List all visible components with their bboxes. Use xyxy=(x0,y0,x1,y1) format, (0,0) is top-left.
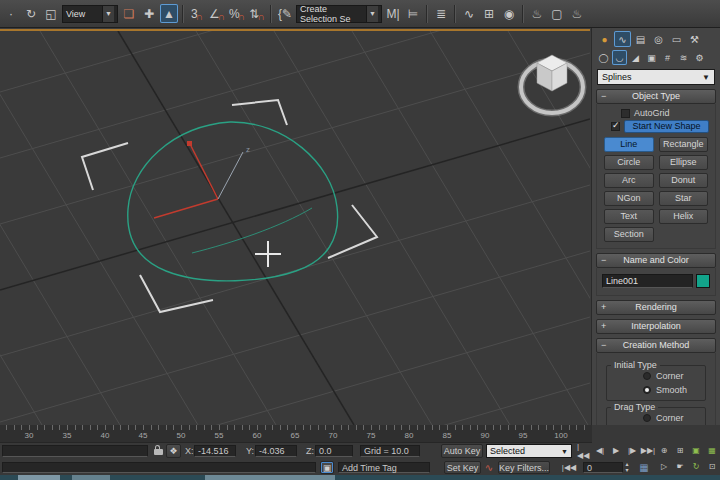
autogrid-checkbox[interactable] xyxy=(621,109,630,118)
material-editor-icon[interactable]: ◉ xyxy=(500,4,518,23)
rendered-frame-window-icon[interactable]: ▢ xyxy=(548,4,566,23)
z-coordinate-field[interactable]: 0.0 xyxy=(315,445,353,457)
frame-tick xyxy=(470,425,471,430)
add-time-tag-field[interactable]: Add Time Tag xyxy=(338,462,430,473)
schematic-view-icon[interactable]: ⊞ xyxy=(480,4,498,23)
object-type-button-arc[interactable]: Arc xyxy=(604,173,654,188)
set-key-button[interactable]: Set Key xyxy=(444,461,481,474)
tab-modify[interactable]: ∿ xyxy=(614,31,631,47)
start-new-shape-checkbox[interactable] xyxy=(611,122,620,131)
spline-type-dropdown[interactable]: Splines ▼ xyxy=(597,69,715,85)
object-type-button-section[interactable]: Section xyxy=(604,227,654,242)
initial-type-corner-radio[interactable] xyxy=(643,372,651,380)
object-type-button-helix[interactable]: Helix xyxy=(659,209,709,224)
frame-tick xyxy=(189,425,190,430)
start-new-shape-button[interactable]: Start New Shape xyxy=(624,120,709,133)
zoom-icon[interactable]: ⊕ xyxy=(657,444,671,457)
pan-view-icon[interactable]: ☛ xyxy=(673,460,687,473)
spinner-snap-icon[interactable]: ⇅∩ xyxy=(248,4,266,23)
use-pivot-point-center-icon[interactable]: ❏ xyxy=(120,4,138,23)
drag-type-corner-radio[interactable] xyxy=(643,414,651,422)
rollout-object-type[interactable]: − Object Type xyxy=(596,89,716,104)
selection-filter-dropdown[interactable]: Selected ▼ xyxy=(486,444,572,458)
object-type-button-line[interactable]: Line xyxy=(604,137,654,152)
select-object-icon[interactable]: · xyxy=(2,4,20,23)
field-of-view-icon[interactable]: ▷ xyxy=(657,460,671,473)
maximize-viewport-toggle-icon[interactable]: ⊡ xyxy=(705,460,719,473)
keyboard-shortcut-override-icon[interactable]: ▣ xyxy=(320,461,334,474)
align-icon[interactable]: ⊨ xyxy=(404,4,422,23)
zoom-all-icon[interactable]: ⊞ xyxy=(673,444,687,457)
next-frame-icon[interactable]: |▶ xyxy=(625,444,639,457)
tab-display[interactable]: ▭ xyxy=(668,31,685,47)
frame-tick xyxy=(14,425,15,430)
category-shapes-icon[interactable]: ◡ xyxy=(612,50,627,65)
frame-tick xyxy=(219,425,220,430)
object-type-button-ellipse[interactable]: Ellipse xyxy=(659,155,709,170)
go-to-start-icon[interactable]: |◀◀ xyxy=(577,444,591,457)
snaps-toggle-icon[interactable]: 3∩ xyxy=(188,4,206,23)
layer-manager-icon[interactable]: ≣ xyxy=(432,4,450,23)
category-systems-icon[interactable]: ⚙ xyxy=(692,50,707,65)
edit-named-selection-sets-icon[interactable]: {✎ xyxy=(276,4,294,23)
object-color-swatch[interactable] xyxy=(696,274,710,288)
go-to-end-icon[interactable]: ▶▶| xyxy=(641,444,655,457)
percent-snap-icon[interactable]: %∩ xyxy=(228,4,246,23)
auto-key-button[interactable]: Auto Key xyxy=(441,444,483,458)
x-coordinate-field[interactable]: -14.516 xyxy=(194,445,236,457)
tab-create[interactable]: ● xyxy=(596,31,613,47)
perspective-viewport[interactable]: z xyxy=(0,29,590,425)
toolbar-separator xyxy=(182,5,184,23)
select-and-manipulate-icon[interactable]: ▲ xyxy=(160,4,178,23)
maxscript-mini-listener[interactable] xyxy=(2,462,316,473)
object-type-button-star[interactable]: Star xyxy=(659,191,709,206)
rollout-interpolation[interactable]: + Interpolation xyxy=(596,319,716,334)
play-icon[interactable]: ▶ xyxy=(609,444,623,457)
object-type-button-circle[interactable]: Circle xyxy=(604,155,654,170)
previous-frame-icon[interactable]: ◀| xyxy=(593,444,607,457)
object-type-button-text[interactable]: Text xyxy=(604,209,654,224)
key-mode-toggle-icon[interactable]: |◀◀ xyxy=(560,461,578,474)
curve-editor-icon[interactable]: ∿ xyxy=(460,4,478,23)
frame-tick xyxy=(196,425,197,430)
select-and-move-icon[interactable]: ✚ xyxy=(140,4,158,23)
render-setup-icon[interactable]: ♨ xyxy=(528,4,546,23)
orbit-icon[interactable]: ↻ xyxy=(689,460,703,473)
mirror-icon[interactable]: M| xyxy=(384,4,402,23)
rollout-rendering[interactable]: + Rendering xyxy=(596,300,716,315)
category-space-warps-icon[interactable]: ≋ xyxy=(676,50,691,65)
initial-type-smooth-radio[interactable] xyxy=(643,386,651,394)
key-filters-button[interactable]: Key Filters... xyxy=(498,461,550,474)
frame-spinner[interactable]: ▴▾ xyxy=(623,460,631,473)
tab-motion[interactable]: ◎ xyxy=(650,31,667,47)
reference-coordinate-system-dropdown[interactable]: View ▼ xyxy=(62,5,118,23)
category-geometry-icon[interactable]: ◯ xyxy=(596,50,611,65)
y-coordinate-field[interactable]: -4.036 xyxy=(255,445,297,457)
object-type-button-donut[interactable]: Donut xyxy=(659,173,709,188)
zoom-extents-icon[interactable]: ▣ xyxy=(689,444,703,457)
key-curve-icon[interactable]: ∿ xyxy=(482,461,496,474)
select-and-scale-icon[interactable]: ◱ xyxy=(42,4,60,23)
object-name-input[interactable]: Line001 xyxy=(602,274,693,288)
object-type-button-ngon[interactable]: NGon xyxy=(604,191,654,206)
select-and-rotate-icon[interactable]: ↻ xyxy=(22,4,40,23)
time-configuration-icon[interactable]: ▦ xyxy=(637,461,651,474)
category-cameras-icon[interactable]: ▣ xyxy=(644,50,659,65)
selection-lock-icon[interactable] xyxy=(154,449,163,455)
angle-snap-icon[interactable]: ∠∩ xyxy=(208,4,226,23)
zoom-extents-all-icon[interactable]: ▦ xyxy=(705,444,719,457)
axis-tripod-gizmo: z xyxy=(154,141,250,218)
named-selection-set-dropdown[interactable]: Create Selection Se ▼ xyxy=(296,5,382,23)
category-helpers-icon[interactable]: # xyxy=(660,50,675,65)
quick-render-icon[interactable]: ♨ xyxy=(568,4,586,23)
rollout-creation-method[interactable]: − Creation Method xyxy=(596,338,716,353)
absolute-mode-icon[interactable]: ❖ xyxy=(166,444,181,458)
frame-tick xyxy=(333,425,334,430)
rollout-name-and-color[interactable]: − Name and Color xyxy=(596,253,716,268)
object-type-button-rectangle[interactable]: Rectangle xyxy=(659,137,709,152)
tab-hierarchy[interactable]: ▤ xyxy=(632,31,649,47)
track-bar[interactable]: 3035404550556065707580859095100 xyxy=(0,425,592,443)
tab-utilities[interactable]: ⚒ xyxy=(686,31,703,47)
current-frame-field[interactable]: 0 xyxy=(583,462,623,473)
category-lights-icon[interactable]: ◢ xyxy=(628,50,643,65)
